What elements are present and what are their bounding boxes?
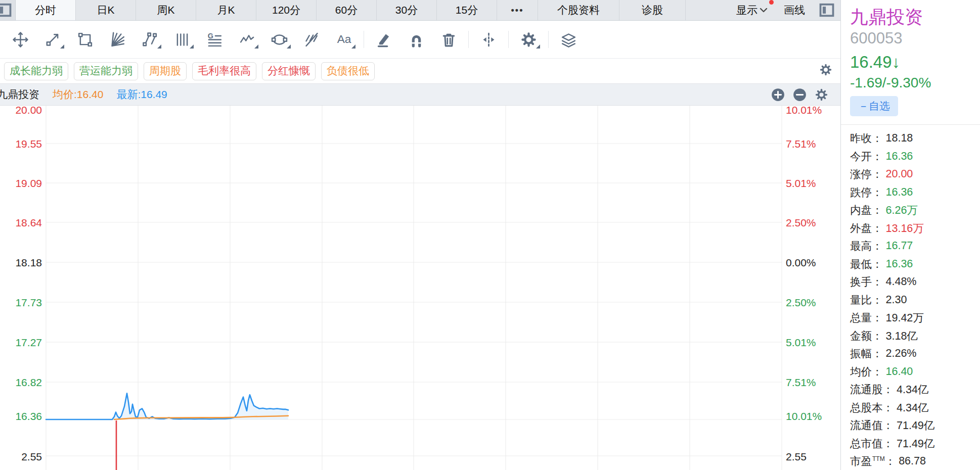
stat-value: 16.36 [886,150,913,163]
panel-icon [0,3,13,18]
period-tab-bar: 分时日K周K月K120分60分30分15分•••个股资料诊股 显示 画线 [0,0,840,21]
stat-value: 4.48% [886,275,917,288]
fundamental-tag[interactable]: 负债很低 [321,62,375,80]
axis-label-left: 18.18 [2,257,42,268]
stat-row-最低: 最低：16.36 [850,255,977,273]
right-panel-toggle-button[interactable] [818,3,835,18]
axis-label-right: 10.01% [786,411,822,421]
trend-line-tool-icon [44,31,61,48]
tab-个股资料[interactable]: 个股资料 [538,0,619,20]
tab-more[interactable]: ••• [497,0,538,20]
svg-text:G: G [207,32,213,40]
tab-60分[interactable]: 60分 [317,0,377,20]
toolbar-separator [548,31,549,48]
wave-tool-icon [239,31,255,48]
stat-row-涨停: 涨停：20.00 [850,165,977,183]
stat-row-今开: 今开：16.36 [850,148,977,166]
zoom-in-button[interactable] [771,88,785,102]
parallel-channel-tool-button[interactable] [133,27,166,52]
stat-row-内盘: 内盘：6.26万 [850,201,977,219]
fundamental-tag[interactable]: 毛利率很高 [192,62,256,80]
stat-value: 16.40 [886,365,913,378]
trend-line-tool-button[interactable] [36,27,69,52]
stat-row-量比: 量比：2.30 [850,291,977,309]
sidebar-stock-code: 600053 [850,29,902,48]
fundamental-tag[interactable]: 营运能力弱 [74,62,138,80]
draw-line-button[interactable]: 画线 [784,3,805,17]
trash-tool-button[interactable] [432,27,465,52]
stat-value: 2.30 [886,294,907,306]
stat-row-最高: 最高：16.77 [850,237,977,255]
fan-lines-tool-button[interactable] [101,27,133,52]
left-panel-toggle-button[interactable] [0,0,16,20]
tab-bar-right-cluster: 显示 画线 [736,0,840,20]
main-column: 分时日K周K月K120分60分30分15分•••个股资料诊股 显示 画线 [0,0,840,470]
stat-row-总量: 总量：19.42万 [850,309,977,327]
stat-row-流通值: 流通值：71.49亿 [850,416,977,435]
layers-tool-button[interactable] [552,27,585,52]
chart-settings-button gear-icon[interactable] [815,88,828,102]
chart-header-controls [771,88,840,102]
dropdown-triangle-icon [60,44,64,49]
stat-row-昨收: 昨收：18.18 [850,129,977,148]
fundamental-tag[interactable]: 成长能力弱 [4,62,68,80]
stat-label: 跌停： [850,185,883,200]
text-tool-button[interactable]: Aa [328,27,360,52]
axis-label-right: 7.51% [786,377,816,388]
stat-label: 内盘： [850,203,883,217]
vertical-lines-tool-button[interactable] [166,27,198,52]
axis-label-left: 18.64 [2,217,42,228]
crossed-lines-tool-button[interactable] [295,27,328,52]
tab-分时[interactable]: 分时 [16,0,76,20]
stat-value: 13.16万 [886,221,924,236]
tab-周K[interactable]: 周K [136,0,196,20]
stat-row-总股本: 总股本：4.34亿 [850,399,977,417]
dropdown-triangle-icon [157,44,161,49]
axis-label-right: 5.01% [786,337,816,348]
remove-watchlist-button[interactable]: －自选 [850,96,898,116]
gear-icon [819,63,832,76]
stat-value: 16.36 [886,186,913,199]
axis-label-right: 2.50% [786,217,816,228]
stat-value: 86.78 [899,455,926,467]
axis-label-left: 16.82 [2,377,42,388]
tab-诊股[interactable]: 诊股 [619,0,686,20]
text-tool-icon: Aa [336,31,352,48]
rectangle-tool-button[interactable] [69,27,101,52]
stat-label: 振幅： [850,346,883,361]
intraday-chart-area: 20.0019.5519.0918.6418.1817.7317.2716.82… [0,106,840,470]
gann-lines-tool-button[interactable]: G [198,27,231,52]
zoom-out-button[interactable] [793,88,807,102]
fundamental-tag[interactable]: 周期股 [144,62,187,80]
tab-30分[interactable]: 30分 [377,0,437,20]
crossed-lines-tool-icon [303,31,320,48]
toolbar-separator [508,31,509,48]
stat-row-流通股: 流通股：4.34亿 [850,381,977,399]
toolbar-separator [468,31,469,48]
fundamental-tag[interactable]: 分红慷慨 [262,62,316,80]
chart-header: 九鼎投资 均价:16.40 最新:16.49 [0,83,840,106]
wave-tool-button[interactable] [231,27,263,52]
settings-tool-button[interactable] [512,27,545,52]
eraser-tool-button[interactable] [368,27,400,52]
intraday-chart-canvas[interactable] [0,106,840,470]
ellipse-tool-button[interactable] [263,27,295,52]
tab-15分[interactable]: 15分 [437,0,497,20]
tab-月K[interactable]: 月K [196,0,256,20]
stat-label: 外盘： [850,221,883,236]
fan-lines-tool-icon [109,31,126,48]
tags-settings-button[interactable] [819,63,832,78]
move-tool-button[interactable] [4,27,36,52]
dropdown-triangle-icon [254,44,258,49]
axis-label-left: 17.73 [2,297,42,308]
tab-120分[interactable]: 120分 [256,0,317,20]
stat-value: 6.26万 [886,203,918,217]
tab-日K[interactable]: 日K [76,0,136,20]
split-view-tool-button[interactable] [472,27,505,52]
stat-value: 20.00 [886,168,913,180]
magnet-tool-button[interactable] [400,27,432,52]
stat-value: 16.36 [886,258,913,270]
sidebar-last-price: 16.49↓ [850,53,900,72]
split-view-tool-icon [480,31,497,48]
display-menu-button[interactable]: 显示 [736,3,771,17]
